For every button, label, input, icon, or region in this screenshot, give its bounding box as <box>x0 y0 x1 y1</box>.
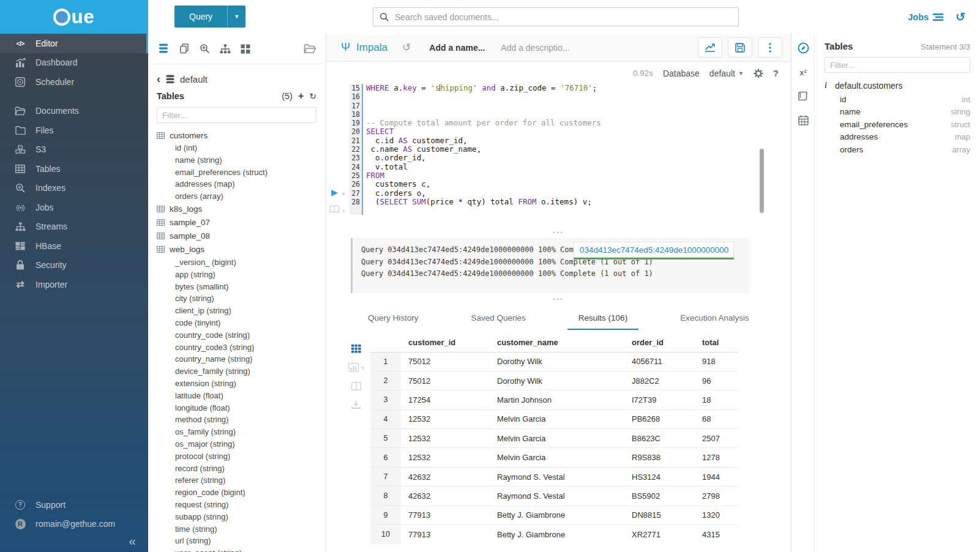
query-button[interactable]: Query ▼ <box>174 6 245 28</box>
editor-scrollbar[interactable] <box>760 149 764 213</box>
cell[interactable]: Betty J. Giambrone <box>490 505 624 524</box>
code-line[interactable]: 28 (SELECT SUM(price * qty) total FROM o… <box>326 198 791 206</box>
cell[interactable]: R9S838 <box>624 448 695 467</box>
column-header-customer_id[interactable]: customer_id <box>401 334 490 352</box>
code-line[interactable]: 19-- Compute total amount per order for … <box>326 119 791 127</box>
code-line[interactable]: 15WHERE a.key = 'shipping' and a.zip_cod… <box>326 84 791 92</box>
settings-gear-icon[interactable] <box>754 69 763 78</box>
table-column-id[interactable]: idint <box>825 93 970 106</box>
db-column[interactable]: bytes (smallint) <box>157 281 316 293</box>
code-line[interactable]: 25FROM <box>326 171 791 180</box>
cell[interactable]: 17254 <box>401 390 490 409</box>
cell[interactable]: Dorothy Wilk <box>490 371 624 390</box>
db-column[interactable]: request (string) <box>157 499 316 511</box>
sidebar-item-importer[interactable]: ⇄Importer <box>0 275 148 294</box>
cell[interactable]: PB6268 <box>624 409 695 428</box>
db-column[interactable]: method (string) <box>157 414 316 426</box>
code-line[interactable]: 18 <box>326 110 791 119</box>
db-column[interactable]: extension (string) <box>157 378 316 390</box>
run-query-button[interactable]: ▶ <box>331 188 338 196</box>
databases-icon[interactable] <box>158 43 169 54</box>
sidebar-item-s3[interactable]: S3 <box>0 140 148 160</box>
db-column[interactable]: latitude (float) <box>157 390 316 402</box>
db-column[interactable]: subapp (string) <box>157 511 316 523</box>
cell[interactable]: Melvin Garcia <box>490 409 624 428</box>
sitemap-icon[interactable] <box>220 44 231 54</box>
editor-assistant-icon[interactable] <box>798 42 809 54</box>
cell[interactable]: HS3124 <box>624 467 695 486</box>
db-column[interactable]: url (string) <box>157 535 316 547</box>
sidebar-item-tables[interactable]: Tables <box>0 159 148 179</box>
sidebar-item-dashboard[interactable]: Dashboard <box>0 53 148 73</box>
code-line[interactable] <box>326 206 791 215</box>
db-column[interactable]: record (string) <box>157 463 316 475</box>
open-folder-icon[interactable] <box>304 43 316 54</box>
sidebar-item-editor[interactable]: </>Editor <box>0 34 148 53</box>
document-description-field[interactable]: Add a descriptio... <box>501 43 569 53</box>
cell[interactable]: 1944 <box>695 467 738 486</box>
table-row[interactable]: 612532Melvin GarciaR9S8381278 <box>370 448 738 467</box>
help-icon[interactable]: ? <box>773 68 779 78</box>
cell[interactable]: 2798 <box>695 487 738 505</box>
apps-grid-icon[interactable] <box>241 44 250 54</box>
zoom-in-icon[interactable] <box>200 43 210 54</box>
pivot-columns-icon[interactable] <box>351 382 361 390</box>
db-column[interactable]: city (string) <box>157 293 316 305</box>
run-options-caret-icon[interactable]: ▾ <box>342 191 345 197</box>
db-column[interactable]: region_code (bigint) <box>157 487 316 499</box>
resize-handle-top[interactable]: ••• <box>326 229 791 236</box>
code-line[interactable]: 16 <box>326 92 791 101</box>
sidebar-collapse-button[interactable]: « <box>129 534 136 548</box>
db-column[interactable]: time (string) <box>157 523 316 535</box>
language-reference-icon[interactable] <box>798 91 809 101</box>
cell[interactable]: 68 <box>695 409 738 428</box>
active-table-row[interactable]: i default.customers <box>825 81 970 91</box>
sidebar-item-hbase[interactable]: HBase <box>0 236 148 256</box>
table-row[interactable]: 412532Melvin GarciaPB626868 <box>370 409 738 428</box>
sidebar-footer-user[interactable]: Rromain@gethue.com <box>0 515 148 534</box>
code-line[interactable]: 27 c.orders o, <box>326 189 791 198</box>
db-column[interactable]: device_family (string) <box>157 365 316 378</box>
document-name-field[interactable]: Add a name... <box>429 43 485 53</box>
column-header-order_id[interactable]: order_id <box>624 334 695 352</box>
db-column[interactable]: country_code (string) <box>157 329 316 341</box>
cell[interactable]: Dorothy Wilk <box>490 352 624 371</box>
db-column[interactable]: _version_ (bigint) <box>157 256 316 269</box>
db-table-sample_07[interactable]: sample_07 <box>157 216 316 229</box>
presentation-mode-icon[interactable] <box>329 205 340 213</box>
code-line[interactable]: 24 v.total <box>326 163 791 171</box>
cell[interactable]: 75012 <box>401 371 490 390</box>
db-table-sample_08[interactable]: sample_08 <box>157 229 316 243</box>
db-column[interactable]: code (tinyint) <box>157 317 316 329</box>
functions-icon[interactable]: x² <box>799 68 807 77</box>
cell[interactable]: 77913 <box>401 505 490 524</box>
table-row[interactable]: 512532Melvin GarciaB8623C2507 <box>370 429 738 448</box>
db-column[interactable]: orders (array) <box>157 190 316 203</box>
table-row[interactable]: 742632Raymond S. VestalHS31241944 <box>370 467 738 486</box>
cell[interactable]: 4315 <box>695 525 738 544</box>
info-icon[interactable]: i <box>825 81 829 91</box>
hue-logo[interactable]: ue <box>0 0 148 34</box>
db-column[interactable]: addresses (map) <box>157 178 316 190</box>
code-line[interactable]: 22 c.name AS customer_name, <box>326 145 791 154</box>
database-select[interactable]: default ▼ <box>709 69 744 78</box>
table-column-email_preferences[interactable]: email_preferencesstruct <box>825 118 970 131</box>
document-history-icon[interactable]: ↺ <box>402 41 411 54</box>
db-column[interactable]: longitude (float) <box>157 402 316 414</box>
schedule-icon[interactable] <box>798 115 809 125</box>
cell[interactable]: 1320 <box>695 505 738 524</box>
jobs-link[interactable]: Jobs <box>908 12 943 22</box>
db-column[interactable]: os_family (string) <box>157 426 316 438</box>
cell[interactable]: Melvin Garcia <box>490 429 624 448</box>
db-column[interactable]: referer (string) <box>157 474 316 487</box>
query-history-icon[interactable]: ↺ <box>956 10 965 24</box>
sidebar-item-documents[interactable]: Documents <box>0 102 148 121</box>
table-column-orders[interactable]: ordersarray <box>825 143 970 156</box>
query-id-popover[interactable]: 034d413ec7474ed5:4249de1000000000 <box>574 242 734 258</box>
table-row[interactable]: 977913Betty J. GiambroneDN88151320 <box>370 505 738 524</box>
cell[interactable]: I72T39 <box>624 390 695 409</box>
code-line[interactable]: 23 o.order_id, <box>326 154 791 162</box>
db-column[interactable]: id (int) <box>157 142 316 154</box>
documents-assist-icon[interactable] <box>179 43 190 54</box>
tab-results-106-[interactable]: Results (106) <box>567 308 638 330</box>
